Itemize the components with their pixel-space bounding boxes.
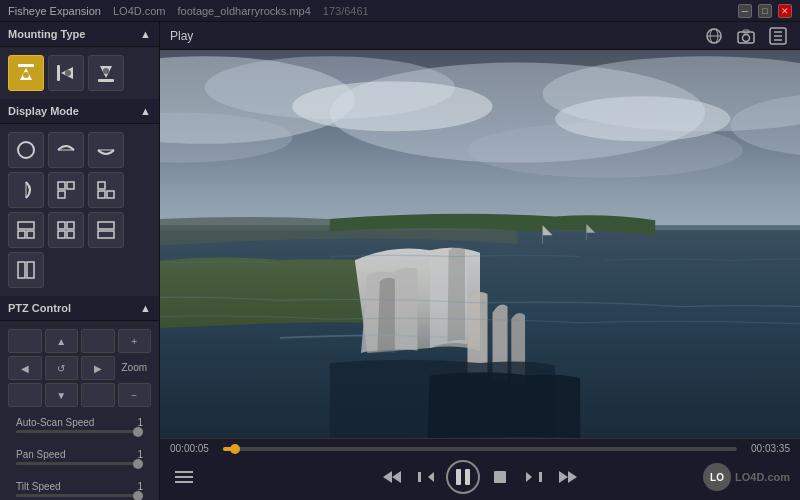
svg-rect-17 xyxy=(98,191,105,198)
auto-scan-speed-section: Auto-Scan Speed 1 xyxy=(8,413,151,445)
svg-point-5 xyxy=(65,70,71,76)
tilt-speed-section: Tilt Speed 1 xyxy=(8,477,151,500)
svg-point-2 xyxy=(23,72,29,78)
ptz-up-button[interactable]: ▲ xyxy=(45,329,79,353)
right-area: Play xyxy=(160,22,800,500)
svg-point-34 xyxy=(743,34,750,41)
display-split2v-button[interactable] xyxy=(8,252,44,288)
rewind-button[interactable] xyxy=(378,463,406,491)
pause-button[interactable] xyxy=(446,460,480,494)
ptz-home-button[interactable]: ↺ xyxy=(45,356,79,380)
mount-wall-button[interactable] xyxy=(48,55,84,91)
ptz-right-button[interactable]: ▶ xyxy=(81,356,115,380)
svg-rect-19 xyxy=(18,222,34,229)
pan-speed-label: Pan Speed 1 xyxy=(16,449,143,460)
current-time: 00:00:05 xyxy=(170,443,215,454)
display-arc-left-icon xyxy=(56,140,76,160)
pan-speed-slider[interactable] xyxy=(16,462,143,465)
display-arc-right-button[interactable] xyxy=(88,132,124,168)
display-quad3-button[interactable] xyxy=(8,212,44,248)
svg-point-9 xyxy=(18,142,34,158)
fast-forward-button[interactable] xyxy=(554,463,582,491)
logo-area: LO LO4D.com xyxy=(703,463,790,491)
mounting-type-header[interactable]: Mounting Type ▲ xyxy=(0,22,159,47)
ptz-control-header[interactable]: PTZ Control ▲ xyxy=(0,296,159,321)
rewind-icon xyxy=(382,469,402,485)
left-panel: Mounting Type ▲ xyxy=(0,22,160,500)
tilt-thumb[interactable] xyxy=(133,491,143,501)
mounting-type-content xyxy=(0,47,159,99)
svg-rect-29 xyxy=(27,262,34,278)
close-button[interactable]: ✕ xyxy=(778,4,792,18)
svg-rect-60 xyxy=(418,472,421,482)
controls-bar: 00:00:05 00:03:35 xyxy=(160,438,800,500)
settings-button[interactable] xyxy=(766,24,790,48)
svg-rect-13 xyxy=(58,182,65,189)
svg-rect-62 xyxy=(465,469,470,485)
maximize-button[interactable]: □ xyxy=(758,4,772,18)
globe-button[interactable] xyxy=(702,24,726,48)
svg-marker-59 xyxy=(428,472,434,482)
top-bar-left: Play xyxy=(170,29,193,43)
ptz-down-button[interactable]: ▼ xyxy=(45,383,79,407)
auto-scan-thumb[interactable] xyxy=(133,427,143,437)
ptz-minus-button[interactable]: − xyxy=(118,383,152,407)
svg-rect-28 xyxy=(18,262,25,278)
display-quad2-button[interactable] xyxy=(88,172,124,208)
main-layout: Mounting Type ▲ xyxy=(0,22,800,500)
ptz-left-button[interactable]: ◀ xyxy=(8,356,42,380)
frame-info: 173/6461 xyxy=(323,5,369,17)
ptz-plus-button[interactable]: + xyxy=(118,329,152,353)
svg-rect-21 xyxy=(27,231,34,238)
stop-button[interactable] xyxy=(486,463,514,491)
display-arc-left-button[interactable] xyxy=(48,132,84,168)
ptz-zoom-label: Zoom xyxy=(118,356,152,380)
title-bar-info: Fisheye Expansion LO4D.com footage_oldha… xyxy=(8,5,369,17)
step-back-icon xyxy=(418,469,434,485)
svg-rect-24 xyxy=(58,231,65,238)
top-bar-right xyxy=(702,24,790,48)
pan-speed-section: Pan Speed 1 xyxy=(8,445,151,477)
auto-scan-speed-label: Auto-Scan Speed 1 xyxy=(16,417,143,428)
settings-icon xyxy=(769,27,787,45)
menu-button[interactable] xyxy=(170,463,198,491)
svg-rect-23 xyxy=(67,222,74,229)
progress-thumb[interactable] xyxy=(230,444,240,454)
playback-controls: LO LO4D.com xyxy=(160,456,800,500)
mount-desk-button[interactable] xyxy=(88,55,124,91)
display-quad1-button[interactable] xyxy=(48,172,84,208)
display-grid-button[interactable] xyxy=(48,212,84,248)
display-circle-button[interactable] xyxy=(8,132,44,168)
svg-rect-63 xyxy=(494,471,506,483)
display-split2v-icon xyxy=(16,260,36,280)
auto-scan-slider[interactable] xyxy=(16,430,143,433)
display-split2h-button[interactable] xyxy=(88,212,124,248)
svg-marker-66 xyxy=(559,471,568,483)
tilt-speed-slider[interactable] xyxy=(16,494,143,497)
tilt-speed-label: Tilt Speed 1 xyxy=(16,481,143,492)
ptz-empty-3 xyxy=(8,383,42,407)
display-arc-right-icon xyxy=(96,140,116,160)
progress-track[interactable] xyxy=(223,447,737,451)
mount-ceiling-button[interactable] xyxy=(8,55,44,91)
display-quad1-icon xyxy=(56,180,76,200)
pan-thumb[interactable] xyxy=(133,459,143,469)
display-mode-header[interactable]: Display Mode ▲ xyxy=(0,99,159,124)
camera-icon xyxy=(737,27,755,45)
display-mode-label: Display Mode xyxy=(8,105,79,117)
display-mode-chevron: ▲ xyxy=(140,105,151,117)
svg-point-49 xyxy=(555,96,730,141)
ptz-control-chevron: ▲ xyxy=(140,302,151,314)
filename: footage_oldharryrocks.mp4 xyxy=(178,5,311,17)
svg-point-48 xyxy=(292,81,492,131)
video-scene xyxy=(160,50,800,438)
step-forward-button[interactable] xyxy=(520,463,548,491)
svg-marker-57 xyxy=(392,471,401,483)
ptz-control-label: PTZ Control xyxy=(8,302,71,314)
step-back-button[interactable] xyxy=(412,463,440,491)
minimize-button[interactable]: ─ xyxy=(738,4,752,18)
display-arc-up-button[interactable] xyxy=(8,172,44,208)
menu-icon xyxy=(175,470,193,484)
ptz-empty-4 xyxy=(81,383,115,407)
camera-button[interactable] xyxy=(734,24,758,48)
